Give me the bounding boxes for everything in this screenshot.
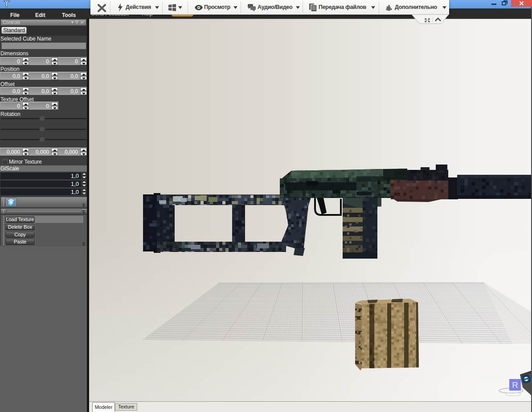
svg-text:R: R <box>512 380 518 390</box>
